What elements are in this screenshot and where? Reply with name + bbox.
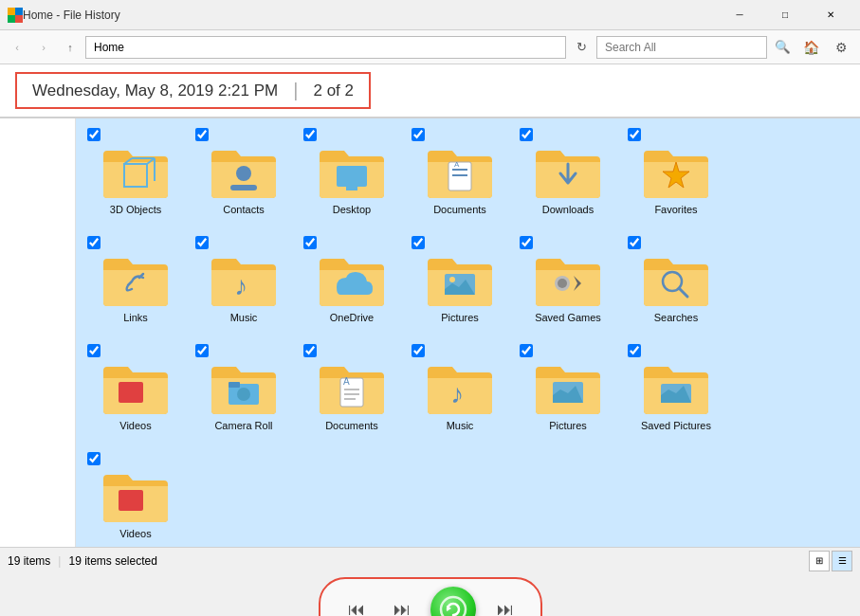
folder-icon	[101, 357, 170, 418]
folder-icon	[101, 249, 170, 310]
file-checkbox[interactable]	[628, 128, 641, 141]
file-item[interactable]: Pictures	[516, 342, 620, 446]
settings-button[interactable]: ⚙	[828, 34, 854, 61]
file-checkbox[interactable]	[87, 236, 101, 249]
bottom-controls: ⏮ ⏭ ⏮	[0, 573, 860, 616]
folder-icon	[318, 141, 386, 202]
large-icon-view-button[interactable]: ⊞	[809, 551, 830, 571]
version-number: 2 of 2	[313, 82, 354, 100]
file-checkbox[interactable]	[195, 128, 209, 141]
sidebar	[0, 118, 76, 547]
file-item[interactable]: Saved Games	[516, 234, 620, 338]
status-bar: 19 items | 19 items selected ⊞ ☰	[0, 547, 860, 573]
svg-rect-30	[229, 382, 240, 388]
version-banner: Wednesday, May 8, 2019 2:21 PM | 2 of 2	[0, 64, 860, 118]
file-checkbox[interactable]	[87, 452, 101, 465]
file-checkbox[interactable]	[303, 236, 317, 249]
svg-rect-3	[15, 15, 23, 23]
file-label: Saved Games	[535, 312, 601, 323]
file-item[interactable]: A Documents	[300, 342, 404, 446]
version-box: Wednesday, May 8, 2019 2:21 PM | 2 of 2	[15, 72, 371, 109]
file-label: Music	[230, 312, 258, 323]
file-item[interactable]: A Documents	[408, 126, 512, 230]
file-label: Pictures	[441, 312, 479, 323]
file-item[interactable]: Pictures	[408, 234, 512, 338]
file-checkbox[interactable]	[520, 128, 533, 141]
minimize-button[interactable]: ─	[718, 0, 761, 30]
svg-rect-26	[119, 382, 143, 403]
maximize-button[interactable]: □	[763, 0, 807, 30]
main-layout: 3D Objects Contacts Desktop A	[0, 118, 860, 547]
svg-point-41	[441, 597, 466, 616]
file-checkbox[interactable]	[628, 236, 641, 249]
search-icon-button[interactable]: 🔍	[771, 36, 794, 59]
file-checkbox[interactable]	[412, 128, 425, 141]
svg-rect-10	[230, 185, 257, 190]
file-item[interactable]: Camera Roll	[192, 342, 296, 446]
file-item[interactable]: Desktop	[300, 126, 404, 230]
title-bar: Home - File History ─ □ ✕	[0, 0, 860, 30]
file-item[interactable]: OneDrive	[300, 234, 404, 338]
details-view-button[interactable]: ☰	[832, 551, 852, 571]
svg-rect-39	[119, 490, 143, 511]
file-item[interactable]: Favorites	[624, 126, 728, 230]
file-checkbox[interactable]	[303, 344, 317, 357]
file-item[interactable]: 3D Objects	[83, 126, 188, 230]
file-label: Videos	[119, 420, 151, 431]
title-bar-title: Home - File History	[23, 9, 718, 22]
refresh-button[interactable]: ↻	[570, 36, 593, 59]
file-label: Links	[123, 312, 148, 323]
close-button[interactable]: ✕	[809, 0, 852, 30]
file-label: OneDrive	[330, 312, 374, 323]
file-checkbox[interactable]	[303, 128, 317, 141]
address-input[interactable]	[85, 36, 566, 59]
folder-icon	[210, 141, 278, 202]
prev-button[interactable]: ⏭	[385, 592, 419, 616]
file-item[interactable]: Saved Pictures	[624, 342, 728, 446]
search-input[interactable]	[596, 36, 767, 59]
file-checkbox[interactable]	[520, 236, 533, 249]
file-area[interactable]: 3D Objects Contacts Desktop A	[76, 118, 860, 547]
file-item[interactable]: ♪ Music	[408, 342, 512, 446]
file-grid: 3D Objects Contacts Desktop A	[83, 126, 852, 547]
item-count: 19 items	[8, 554, 50, 568]
file-checkbox[interactable]	[412, 236, 425, 249]
file-checkbox[interactable]	[628, 344, 641, 357]
file-label: Saved Pictures	[641, 420, 711, 431]
file-item[interactable]: ♪ Music	[192, 234, 296, 338]
file-checkbox[interactable]	[195, 344, 209, 357]
restore-button[interactable]	[430, 587, 476, 616]
file-label: Desktop	[333, 204, 371, 215]
home-button[interactable]: 🏠	[797, 34, 824, 61]
file-item[interactable]: Videos	[83, 342, 188, 446]
file-item[interactable]: Searches	[624, 234, 728, 338]
file-checkbox[interactable]	[87, 344, 101, 357]
file-item[interactable]: Videos	[83, 450, 188, 547]
next-button[interactable]: ⏮	[487, 592, 521, 616]
playback-box: ⏮ ⏭ ⏮	[319, 577, 542, 616]
file-checkbox[interactable]	[520, 344, 533, 357]
file-label: Documents	[325, 420, 378, 431]
first-button[interactable]: ⏮	[339, 592, 374, 616]
title-bar-controls: ─ □ ✕	[718, 0, 852, 30]
file-checkbox[interactable]	[87, 128, 101, 141]
address-bar: ‹ › ↑ ↻ 🔍 🏠 ⚙	[0, 30, 860, 64]
folder-icon: ♪	[426, 357, 494, 418]
file-item[interactable]: Links	[83, 234, 188, 338]
file-item[interactable]: Downloads	[516, 126, 620, 230]
forward-button[interactable]: ›	[32, 36, 55, 59]
file-checkbox[interactable]	[412, 344, 425, 357]
folder-icon	[534, 141, 602, 202]
file-checkbox[interactable]	[195, 236, 209, 249]
version-date: Wednesday, May 8, 2019 2:21 PM	[32, 82, 278, 100]
file-item[interactable]: Contacts	[192, 126, 296, 230]
view-buttons: ⊞ ☰	[809, 551, 852, 571]
up-button[interactable]: ↑	[59, 36, 82, 59]
folder-icon	[642, 249, 710, 310]
back-button[interactable]: ‹	[6, 36, 28, 59]
status-sep: |	[58, 554, 61, 568]
svg-point-9	[236, 166, 251, 181]
svg-point-22	[558, 279, 567, 288]
file-label: Downloads	[542, 204, 594, 215]
folder-icon: ♪	[210, 249, 278, 310]
